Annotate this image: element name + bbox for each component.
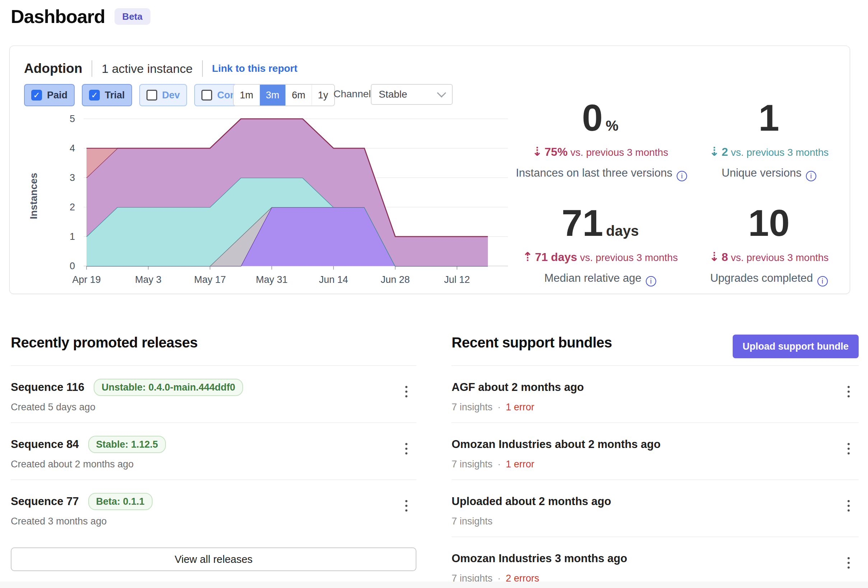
releases-section: Recently promoted releases Sequence 116U… (11, 335, 416, 588)
releases-heading: Recently promoted releases (11, 335, 198, 351)
range-1y[interactable]: 1y (312, 85, 335, 106)
info-icon[interactable]: i (817, 276, 828, 287)
range-1m[interactable]: 1m (234, 85, 260, 106)
filter-dev[interactable]: Dev (139, 84, 187, 106)
channel-select[interactable]: Stable (371, 84, 453, 105)
stat-label: Unique versionsi (685, 167, 853, 181)
divider (92, 60, 92, 77)
kebab-dot (847, 500, 850, 502)
release-created: Created 3 months ago (11, 516, 416, 527)
arrow-up-icon: ⇡ (523, 250, 533, 264)
release-row: Sequence 116Unstable: 0.4.0-main.444ddf0… (11, 366, 416, 423)
bundle-insights: 7 insights (452, 516, 493, 527)
stat-value-row: 10 (685, 204, 853, 242)
info-icon[interactable]: i (806, 171, 816, 181)
adoption-card-header: Adoption 1 active instance Link to this … (24, 60, 298, 77)
filter-paid[interactable]: ✓Paid (24, 84, 75, 106)
stat-delta: ⇣2vs. previous 3 months (685, 144, 853, 159)
kebab-dot (847, 557, 850, 559)
bundle-title: Uploaded about 2 months ago (452, 493, 859, 510)
stat-upgrades-completed: 10⇣8vs. previous 3 monthsUpgrades comple… (685, 204, 853, 287)
kebab-menu-icon[interactable] (399, 439, 414, 459)
channel-label: Channel (334, 88, 371, 100)
kebab-dot (405, 500, 407, 502)
kebab-menu-icon[interactable] (399, 381, 414, 402)
divider (202, 60, 203, 77)
x-tick-label: Apr 19 (72, 274, 101, 285)
bundle-meta: 7 insights·1 error (452, 459, 859, 470)
kebab-dot (847, 452, 850, 455)
view-all-releases-button[interactable]: View all releases (11, 547, 416, 571)
stat-delta-suffix: vs. previous 3 months (731, 252, 828, 263)
bundle-row: Uploaded about 2 months ago7 insights (452, 480, 859, 537)
checkbox-icon (201, 90, 212, 100)
kebab-menu-icon[interactable] (399, 496, 414, 516)
stat-value: 10 (748, 202, 790, 244)
kebab-dot (405, 386, 407, 388)
arrow-down-icon: ⇣ (532, 144, 543, 159)
bundle-meta: 7 insights (452, 516, 859, 527)
stat-unit: days (606, 223, 639, 239)
bundles-section: Recent support bundles Upload support bu… (452, 335, 859, 588)
link-to-this-report[interactable]: Link to this report (212, 63, 298, 74)
range-6m[interactable]: 6m (286, 85, 312, 106)
x-tick-label: Jul 12 (444, 274, 470, 285)
kebab-menu-icon[interactable] (841, 553, 856, 573)
adoption-title: Adoption (24, 61, 82, 76)
bundle-row: Omozan Industries about 2 months ago7 in… (452, 423, 859, 480)
release-list: Sequence 116Unstable: 0.4.0-main.444ddf0… (11, 366, 416, 537)
bundle-row: Omozan Industries 3 months ago7 insights… (452, 537, 859, 588)
release-title-row: Sequence 116Unstable: 0.4.0-main.444ddf0 (11, 380, 416, 395)
adoption-card: Adoption 1 active instance Link to this … (9, 46, 850, 294)
check-icon: ✓ (33, 91, 40, 99)
adoption-instances-chart: 012345Apr 19May 3May 17May 31Jun 14Jun 2… (24, 111, 527, 290)
kebab-menu-icon[interactable] (841, 439, 856, 459)
stat-median-relative-age: 71days⇡71 daysvs. previous 3 monthsMedia… (516, 204, 685, 287)
kebab-dot (405, 443, 407, 445)
stat-instances-on-last-three-versions: 0%⇣75%vs. previous 3 monthsInstances on … (516, 99, 685, 181)
release-created: Created 5 days ago (11, 402, 416, 412)
info-icon[interactable]: i (646, 276, 656, 287)
bundles-header: Recent support bundles Upload support bu… (452, 335, 859, 358)
kebab-menu-icon[interactable] (841, 381, 856, 402)
release-version-badge: Unstable: 0.4.0-main.444ddf0 (94, 379, 243, 396)
arrow-down-icon: ⇣ (709, 250, 720, 264)
kebab-dot (405, 390, 407, 393)
y-tick-label: 5 (69, 114, 75, 124)
kebab-menu-icon[interactable] (841, 496, 856, 516)
chevron-down-icon (437, 88, 446, 97)
bundles-heading: Recent support bundles (452, 335, 612, 351)
bundle-list: AGF about 2 months ago7 insights·1 error… (452, 366, 859, 588)
x-tick-label: Jun 14 (319, 274, 348, 285)
y-tick-label: 4 (69, 143, 75, 154)
meta-dot: · (497, 459, 501, 470)
checkbox-icon (146, 90, 157, 100)
kebab-dot (847, 390, 850, 393)
releases-header: Recently promoted releases (11, 335, 416, 358)
kebab-dot (847, 562, 850, 564)
stat-delta-value: 8 (722, 251, 728, 263)
stat-delta-value: 2 (722, 145, 728, 158)
y-tick-label: 2 (69, 202, 75, 213)
release-name: Sequence 77 (11, 495, 79, 508)
upload-support-bundle-button[interactable]: Upload support bundle (733, 335, 859, 358)
filter-label: Dev (162, 90, 180, 101)
arrow-down-icon: ⇣ (709, 144, 720, 159)
filter-label: Paid (47, 90, 68, 101)
range-3m[interactable]: 3m (260, 85, 286, 106)
check-icon: ✓ (91, 91, 97, 99)
filter-label: Trial (105, 90, 125, 101)
filter-trial[interactable]: ✓Trial (82, 84, 132, 106)
time-range-selector: 1m3m6m1y (233, 84, 335, 106)
stat-label: Instances on last three versionsi (516, 167, 685, 181)
stat-label-text: Unique versions (722, 167, 801, 179)
y-axis-label: Instances (28, 173, 39, 219)
beta-badge: Beta (115, 8, 151, 25)
kebab-dot (405, 505, 407, 507)
stat-unit: % (605, 118, 619, 133)
release-name: Sequence 84 (11, 438, 79, 451)
release-version-badge: Beta: 0.1.1 (88, 493, 152, 510)
stat-delta-suffix: vs. previous 3 months (580, 252, 678, 263)
meta-dot: · (497, 402, 501, 413)
kebab-dot (405, 510, 407, 511)
